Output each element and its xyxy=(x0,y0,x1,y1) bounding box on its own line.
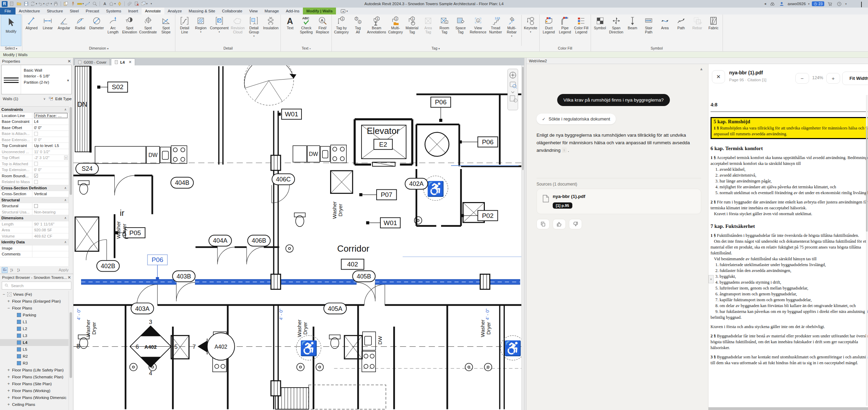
search-icon[interactable] xyxy=(769,0,776,7)
prop-top-offset[interactable]: Top Offset-2' 3 1/2"= xyxy=(0,155,69,161)
ribbon-detail-group[interactable]: ADetail Group▾ xyxy=(246,15,262,46)
tab-massing-site[interactable]: Massing & Site xyxy=(185,8,219,14)
ribbon-material-tag[interactable]: 1Material Tag xyxy=(404,15,420,46)
ribbon-space-tag[interactable]: Space Tag xyxy=(452,15,469,46)
ribbon-find-replace[interactable]: AFind/ Replace xyxy=(314,15,330,46)
tab-add-ins[interactable]: Add-Ins xyxy=(282,8,303,14)
revit-logo[interactable]: R xyxy=(1,0,8,7)
tree-item-floor-plans-enlarged-plan[interactable]: +Floor Plans (Enlarged Plan) xyxy=(0,298,69,305)
minimize-button[interactable] xyxy=(852,2,856,6)
room-door-tag-404b-317[interactable]: 404B xyxy=(171,177,194,188)
scroll-up-icon[interactable]: ▲ xyxy=(699,67,703,71)
sort-default-button[interactable] xyxy=(2,267,8,273)
tree-item-floor-plans-schematic-plan[interactable]: +Floor Plans (Schematic Plan) xyxy=(0,374,69,380)
ribbon-tread-number[interactable]: 123Tread Number xyxy=(488,15,504,46)
tree-item-views-fe[interactable]: −Views (Fe) xyxy=(0,291,69,298)
panel-label-tag[interactable]: Tag▾ xyxy=(333,46,538,51)
fit-width-button[interactable]: Fit Width xyxy=(842,72,868,85)
tree-item-l5[interactable]: L5 xyxy=(0,346,69,353)
spline-icon[interactable] xyxy=(84,0,91,7)
prop-top-constraint[interactable]: Top ConstraintUp to level: L5 xyxy=(0,143,69,149)
ribbon-check-spelling[interactable]: ABCCheck Spelling xyxy=(298,15,314,46)
prop-top-extension[interactable]: Top Extension...0' 0" xyxy=(0,167,69,173)
file-properties-icon[interactable] xyxy=(8,0,15,7)
prop-length[interactable]: Length90' 1 11/16" xyxy=(0,221,69,228)
room-door-tag-s24-40[interactable]: S24 xyxy=(76,163,99,174)
room-door-tag-406c-612[interactable]: 406C xyxy=(272,174,295,185)
print-icon[interactable] xyxy=(52,0,59,7)
open-icon[interactable] xyxy=(16,0,22,7)
ribbon-modify[interactable]: Modify xyxy=(1,15,21,46)
thin-lines-icon[interactable] xyxy=(126,0,133,7)
help-icon[interactable]: ? xyxy=(836,0,843,7)
prop-base-is-attach[interactable]: Base is Attach... xyxy=(0,131,69,137)
ribbon-room-tag[interactable]: 1Room Tag xyxy=(436,15,452,46)
tab-view[interactable]: View xyxy=(246,8,261,14)
collapse-arrow-icon[interactable]: ◄ xyxy=(764,2,767,6)
view-tab-l4[interactable]: L4✕ xyxy=(111,59,135,65)
prop-related-to-mass[interactable]: Related to Mass xyxy=(0,179,69,185)
tree-item-floor-plans-working-dimensic[interactable]: +Floor Plans (Working Dimensic xyxy=(0,394,69,401)
tree-item-floor-plans-life-safety-plan[interactable]: +Floor Plans (Life Safety Plan) xyxy=(0,367,69,374)
properties-close-icon[interactable]: ✕ xyxy=(68,59,71,64)
room-door-tag-405a-763[interactable]: 405A xyxy=(324,303,347,314)
panel-splitter[interactable] xyxy=(524,58,527,410)
pdf-page[interactable]: 4:8 5 kap. Rumshöjd1 § Rumshöjden ska va… xyxy=(708,93,868,407)
citation-chip[interactable]: 1 xyxy=(562,147,567,153)
room-door-tag-403a-201[interactable]: 403A xyxy=(131,303,154,314)
user-menu-caret-icon[interactable]: ▾ xyxy=(808,2,809,6)
drawing-area[interactable]: ♿ ♿ ♿ xyxy=(73,65,521,410)
pdf-sidebar-handle[interactable]: ≡ xyxy=(708,275,714,283)
ribbon-duct-legend[interactable]: Duct Legend xyxy=(541,15,557,46)
ribbon-text[interactable]: AText xyxy=(282,15,298,46)
ribbon-spot-elevation[interactable]: Spot Elevation xyxy=(121,15,138,46)
room-door-tag-402a-1000[interactable]: 402A xyxy=(405,178,428,189)
user-icon[interactable] xyxy=(778,0,785,7)
save-icon[interactable] xyxy=(23,0,30,7)
browser-scrollbar[interactable] xyxy=(69,291,73,410)
tree-item-parking[interactable]: Parking xyxy=(0,312,69,318)
search-status-pill[interactable]: ✓Sökte i regulatoriska dokument xyxy=(537,114,616,124)
project-browser-close-icon[interactable]: ✕ xyxy=(68,275,71,280)
prop-area[interactable]: Area920.08 SF xyxy=(0,227,69,233)
ribbon-spot-slope[interactable]: Spot Slope xyxy=(158,15,174,46)
tab-modify-walls[interactable]: Modify | Walls xyxy=(303,8,336,14)
tree-item-floor-plans-site-plan[interactable]: +Floor Plans (Site Plan) xyxy=(0,380,69,387)
ribbon-region[interactable]: Region▾ xyxy=(193,15,209,46)
room-door-tag-403b-322[interactable]: 403B xyxy=(173,271,195,282)
canvas-scrollbar[interactable] xyxy=(521,65,524,410)
tree-item-floor-plans-working[interactable]: +Floor Plans (Working) xyxy=(0,387,69,394)
ribbon-span-direction[interactable]: Span Direction xyxy=(608,15,624,46)
prop-structural[interactable]: Structural xyxy=(0,203,69,209)
thumbs-down-button[interactable] xyxy=(569,219,582,229)
thumbs-up-button[interactable] xyxy=(553,219,566,229)
apply-button[interactable]: Apply xyxy=(59,268,71,272)
room-door-tag-406b-541[interactable]: 406B xyxy=(248,235,270,246)
ribbon-color-fill-legend[interactable]: Color Fill Legend xyxy=(573,15,589,46)
panel-label-select[interactable]: Select▾ xyxy=(1,46,21,51)
room-door-tag-405b-847[interactable]: 405B xyxy=(353,271,375,282)
tree-item-r2[interactable]: R2 xyxy=(0,353,69,360)
ribbon-beam-annotations[interactable]: 1Beam Annotations xyxy=(366,15,387,46)
tag-402-814[interactable]: 402 xyxy=(341,259,364,270)
paste-icon[interactable] xyxy=(62,0,69,7)
close-inactive-views-icon[interactable] xyxy=(133,0,140,7)
prop-unconnected[interactable]: Unconnected ...11' 0 1/2" xyxy=(0,149,69,155)
ribbon-angular[interactable]: Angular xyxy=(56,15,72,46)
home-icon[interactable]: ▾ xyxy=(109,0,116,7)
prop-base-constraint[interactable]: Base ConstraintL4 xyxy=(0,119,69,125)
ribbon-linear[interactable]: Linear xyxy=(40,15,56,46)
prop-comments[interactable]: Comments xyxy=(0,251,69,257)
source-card[interactable]: nya-bbr (1).pdf [1] p.95 xyxy=(537,189,701,214)
ribbon-symbol[interactable]: Symbol xyxy=(592,15,608,46)
ribbon-path[interactable]: Path xyxy=(673,15,689,46)
tab-steel[interactable]: Steel xyxy=(67,8,82,14)
sync-icon[interactable]: ▾ xyxy=(30,0,37,7)
selected-wall[interactable] xyxy=(81,279,520,284)
ribbon-view-reference[interactable]: 1View Reference xyxy=(469,15,487,46)
ribbon-beam[interactable]: Beam xyxy=(624,15,641,46)
view-tab-g000-cover[interactable]: G000 - Cover xyxy=(74,59,110,65)
prop-structural-usa[interactable]: Structural Usa...Non-bearing xyxy=(0,209,69,215)
tab-annotate[interactable]: Annotate xyxy=(142,8,164,14)
type-selector-caret-icon[interactable]: ▼ xyxy=(67,79,70,82)
